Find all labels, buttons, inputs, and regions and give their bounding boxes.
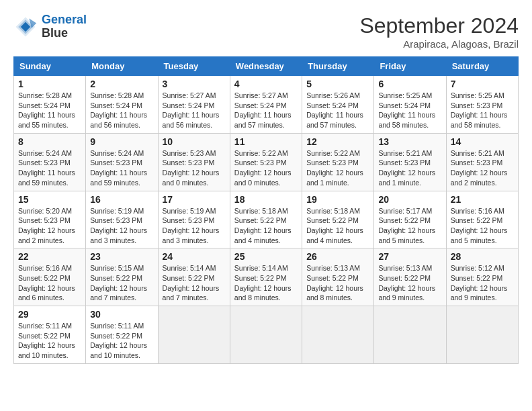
day-number: 13	[378, 136, 441, 147]
calendar-cell: 19Sunrise: 5:18 AM Sunset: 5:22 PM Dayli…	[302, 191, 374, 248]
calendar-cell: 23Sunrise: 5:15 AM Sunset: 5:22 PM Dayli…	[86, 248, 158, 306]
day-number: 28	[451, 251, 514, 262]
day-number: 8	[18, 136, 81, 147]
calendar-cell: 29Sunrise: 5:11 AM Sunset: 5:22 PM Dayli…	[14, 306, 86, 364]
day-number: 30	[90, 309, 153, 320]
day-info: Sunrise: 5:17 AM Sunset: 5:22 PM Dayligh…	[378, 206, 441, 246]
calendar-cell: 6Sunrise: 5:25 AM Sunset: 5:24 PM Daylig…	[374, 76, 446, 134]
calendar-cell: 21Sunrise: 5:16 AM Sunset: 5:22 PM Dayli…	[446, 191, 518, 248]
calendar-cell: 15Sunrise: 5:20 AM Sunset: 5:23 PM Dayli…	[14, 191, 86, 248]
day-info: Sunrise: 5:18 AM Sunset: 5:22 PM Dayligh…	[306, 206, 369, 246]
day-info: Sunrise: 5:27 AM Sunset: 5:24 PM Dayligh…	[234, 91, 298, 130]
day-info: Sunrise: 5:21 AM Sunset: 5:23 PM Dayligh…	[378, 148, 441, 188]
logo-text: General Blue	[42, 13, 87, 40]
logo-icon	[13, 15, 38, 39]
calendar-cell: 8Sunrise: 5:24 AM Sunset: 5:23 PM Daylig…	[14, 133, 86, 191]
day-info: Sunrise: 5:28 AM Sunset: 5:24 PM Dayligh…	[90, 91, 153, 130]
day-header-thursday: Thursday	[302, 57, 374, 76]
calendar-header-row: SundayMondayTuesdayWednesdayThursdayFrid…	[14, 57, 519, 76]
logo-line2: Blue	[42, 26, 68, 40]
calendar-cell	[230, 306, 302, 364]
calendar-cell: 5Sunrise: 5:26 AM Sunset: 5:24 PM Daylig…	[302, 76, 374, 134]
day-number: 27	[378, 251, 441, 262]
day-number: 17	[163, 194, 226, 205]
day-number: 23	[90, 251, 153, 262]
logo: General Blue	[13, 13, 87, 40]
day-number: 5	[306, 79, 369, 89]
day-number: 29	[18, 309, 81, 320]
logo-line1: General	[42, 13, 87, 26]
month-title: September 2024	[359, 13, 519, 38]
calendar-body: 1Sunrise: 5:28 AM Sunset: 5:24 PM Daylig…	[14, 76, 519, 364]
calendar-week-4: 22Sunrise: 5:16 AM Sunset: 5:22 PM Dayli…	[14, 248, 519, 306]
calendar-cell: 22Sunrise: 5:16 AM Sunset: 5:22 PM Dayli…	[14, 248, 86, 306]
day-info: Sunrise: 5:27 AM Sunset: 5:24 PM Dayligh…	[163, 91, 226, 130]
day-info: Sunrise: 5:19 AM Sunset: 5:23 PM Dayligh…	[90, 206, 153, 246]
calendar-cell: 18Sunrise: 5:18 AM Sunset: 5:22 PM Dayli…	[230, 191, 302, 248]
day-number: 4	[234, 79, 298, 89]
calendar-cell: 30Sunrise: 5:11 AM Sunset: 5:22 PM Dayli…	[86, 306, 158, 364]
day-info: Sunrise: 5:12 AM Sunset: 5:22 PM Dayligh…	[451, 263, 514, 303]
calendar-cell	[446, 306, 518, 364]
calendar-cell	[158, 306, 230, 364]
day-info: Sunrise: 5:20 AM Sunset: 5:23 PM Dayligh…	[18, 206, 81, 246]
day-info: Sunrise: 5:26 AM Sunset: 5:24 PM Dayligh…	[306, 91, 369, 130]
calendar-cell: 20Sunrise: 5:17 AM Sunset: 5:22 PM Dayli…	[374, 191, 446, 248]
calendar-cell: 3Sunrise: 5:27 AM Sunset: 5:24 PM Daylig…	[158, 76, 230, 134]
calendar-cell: 11Sunrise: 5:22 AM Sunset: 5:23 PM Dayli…	[230, 133, 302, 191]
day-number: 22	[18, 251, 81, 262]
day-info: Sunrise: 5:24 AM Sunset: 5:23 PM Dayligh…	[18, 148, 81, 188]
calendar-cell: 14Sunrise: 5:21 AM Sunset: 5:23 PM Dayli…	[446, 133, 518, 191]
day-info: Sunrise: 5:14 AM Sunset: 5:22 PM Dayligh…	[163, 263, 226, 303]
day-number: 3	[163, 79, 226, 89]
day-info: Sunrise: 5:23 AM Sunset: 5:23 PM Dayligh…	[163, 148, 226, 188]
calendar-cell: 24Sunrise: 5:14 AM Sunset: 5:22 PM Dayli…	[158, 248, 230, 306]
calendar-cell: 9Sunrise: 5:24 AM Sunset: 5:23 PM Daylig…	[86, 133, 158, 191]
day-info: Sunrise: 5:16 AM Sunset: 5:22 PM Dayligh…	[451, 206, 514, 246]
day-number: 20	[378, 194, 441, 205]
day-info: Sunrise: 5:25 AM Sunset: 5:24 PM Dayligh…	[378, 91, 441, 130]
calendar-cell	[302, 306, 374, 364]
calendar-week-1: 1Sunrise: 5:28 AM Sunset: 5:24 PM Daylig…	[14, 76, 519, 134]
calendar-cell: 26Sunrise: 5:13 AM Sunset: 5:22 PM Dayli…	[302, 248, 374, 306]
day-info: Sunrise: 5:11 AM Sunset: 5:22 PM Dayligh…	[90, 321, 153, 361]
calendar-cell: 16Sunrise: 5:19 AM Sunset: 5:23 PM Dayli…	[86, 191, 158, 248]
calendar-week-2: 8Sunrise: 5:24 AM Sunset: 5:23 PM Daylig…	[14, 133, 519, 191]
day-header-friday: Friday	[374, 57, 446, 76]
day-info: Sunrise: 5:13 AM Sunset: 5:22 PM Dayligh…	[378, 263, 441, 303]
day-number: 11	[234, 136, 298, 147]
day-number: 19	[306, 194, 369, 205]
location-subtitle: Arapiraca, Alagoas, Brazil	[359, 38, 519, 50]
day-info: Sunrise: 5:22 AM Sunset: 5:23 PM Dayligh…	[306, 148, 369, 188]
calendar-week-3: 15Sunrise: 5:20 AM Sunset: 5:23 PM Dayli…	[14, 191, 519, 248]
day-info: Sunrise: 5:18 AM Sunset: 5:22 PM Dayligh…	[234, 206, 298, 246]
calendar-cell: 4Sunrise: 5:27 AM Sunset: 5:24 PM Daylig…	[230, 76, 302, 134]
day-number: 25	[234, 251, 298, 262]
day-number: 16	[90, 194, 153, 205]
calendar-cell: 1Sunrise: 5:28 AM Sunset: 5:24 PM Daylig…	[14, 76, 86, 134]
day-header-saturday: Saturday	[446, 57, 518, 76]
page-header: General Blue September 2024 Arapiraca, A…	[13, 13, 519, 50]
day-number: 6	[378, 79, 441, 89]
day-header-wednesday: Wednesday	[230, 57, 302, 76]
day-info: Sunrise: 5:22 AM Sunset: 5:23 PM Dayligh…	[234, 148, 298, 188]
day-header-monday: Monday	[86, 57, 158, 76]
day-info: Sunrise: 5:19 AM Sunset: 5:23 PM Dayligh…	[163, 206, 226, 246]
day-number: 14	[451, 136, 514, 147]
calendar-cell: 10Sunrise: 5:23 AM Sunset: 5:23 PM Dayli…	[158, 133, 230, 191]
day-info: Sunrise: 5:15 AM Sunset: 5:22 PM Dayligh…	[90, 263, 153, 303]
calendar-cell: 17Sunrise: 5:19 AM Sunset: 5:23 PM Dayli…	[158, 191, 230, 248]
calendar-cell: 7Sunrise: 5:25 AM Sunset: 5:23 PM Daylig…	[446, 76, 518, 134]
calendar-cell	[374, 306, 446, 364]
calendar-cell: 25Sunrise: 5:14 AM Sunset: 5:22 PM Dayli…	[230, 248, 302, 306]
day-number: 9	[90, 136, 153, 147]
day-info: Sunrise: 5:13 AM Sunset: 5:22 PM Dayligh…	[306, 263, 369, 303]
calendar-cell: 13Sunrise: 5:21 AM Sunset: 5:23 PM Dayli…	[374, 133, 446, 191]
day-info: Sunrise: 5:16 AM Sunset: 5:22 PM Dayligh…	[18, 263, 81, 303]
day-info: Sunrise: 5:24 AM Sunset: 5:23 PM Dayligh…	[90, 148, 153, 188]
calendar-table: SundayMondayTuesdayWednesdayThursdayFrid…	[13, 56, 519, 364]
day-number: 21	[451, 194, 514, 205]
day-info: Sunrise: 5:21 AM Sunset: 5:23 PM Dayligh…	[451, 148, 514, 188]
day-number: 10	[163, 136, 226, 147]
day-info: Sunrise: 5:14 AM Sunset: 5:22 PM Dayligh…	[234, 263, 298, 303]
